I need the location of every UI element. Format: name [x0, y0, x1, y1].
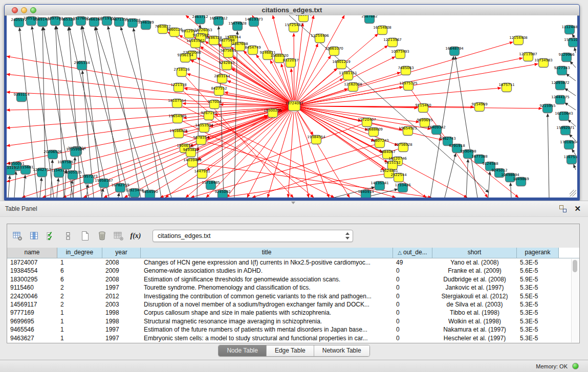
graph-edge[interactable]: [568, 120, 576, 126]
graph-edge[interactable]: [40, 178, 41, 198]
float-panel-icon[interactable]: [559, 205, 567, 212]
function-builder-button[interactable]: f(x): [129, 229, 142, 243]
row-height-button[interactable]: [61, 229, 75, 243]
graph-edge[interactable]: [7, 92, 288, 105]
graph-edge[interactable]: [488, 171, 490, 198]
table-row[interactable]: 1456911722003Disruption of a novel membe…: [7, 300, 572, 309]
table-cell[interactable]: Nakamura et al. (1997): [432, 325, 517, 334]
table-cell[interactable]: 0: [393, 300, 432, 309]
table-cell[interactable]: 1998: [102, 309, 141, 317]
table-cell[interactable]: 2: [57, 300, 102, 309]
graph-edge[interactable]: [300, 88, 501, 105]
table-cell[interactable]: 2008: [102, 275, 141, 283]
table-cell[interactable]: 14569117: [7, 300, 57, 309]
table-cell[interactable]: Genome-wide association studies in ADHD.: [141, 267, 393, 275]
graph-edge[interactable]: [574, 48, 576, 53]
column-header-out_de[interactable]: △out_de...: [393, 248, 432, 258]
table-cell[interactable]: Hescheler et al. (1997): [432, 334, 517, 342]
tab-network-table[interactable]: Network Table: [314, 345, 369, 356]
graph-edge[interactable]: [71, 180, 72, 198]
table-row[interactable]: 1938455462009Genome-wide association stu…: [7, 267, 572, 275]
table-cell[interactable]: 18300295: [7, 275, 57, 283]
table-cell[interactable]: 0: [393, 267, 432, 275]
graph-edge[interactable]: [95, 27, 122, 198]
close-panel-icon[interactable]: ✕: [574, 204, 581, 214]
graph-edge[interactable]: [574, 164, 576, 170]
table-cell[interactable]: 5.9E-5: [517, 275, 559, 283]
table-cell[interactable]: Estimation of significance thresholds fo…: [141, 275, 393, 283]
table-cell[interactable]: 5.6E-5: [517, 267, 559, 275]
table-cell[interactable]: 6: [57, 275, 102, 283]
graph-edge[interactable]: [118, 193, 119, 198]
table-cell[interactable]: Disruption of a novel member of a sodium…: [141, 300, 393, 309]
table-cell[interactable]: 18724007: [7, 258, 57, 267]
graph-edge[interactable]: [222, 174, 384, 198]
table-cell[interactable]: 0: [393, 325, 432, 334]
table-cell[interactable]: 5.3E-5: [517, 283, 559, 292]
table-vertical-scrollbar[interactable]: [571, 259, 579, 342]
table-cell[interactable]: 1: [57, 334, 102, 342]
graph-edge[interactable]: [14, 171, 16, 198]
table-row[interactable]: 1872400712008Changes of HCN gene express…: [7, 258, 572, 267]
table-cell[interactable]: 2: [57, 283, 102, 292]
table-row[interactable]: 946554611997Estimation of the future num…: [7, 325, 572, 334]
table-cell[interactable]: 5.5E-5: [517, 292, 559, 300]
table-cell[interactable]: 0: [393, 334, 432, 342]
column-chooser-button[interactable]: [28, 229, 41, 243]
graph-edge[interactable]: [548, 114, 549, 198]
column-header-short[interactable]: short: [432, 248, 517, 258]
table-cell[interactable]: 1: [57, 258, 102, 267]
table-cell[interactable]: 5.3E-5: [517, 334, 559, 342]
table-row[interactable]: 911546021997Tourette syndrome. Phenomeno…: [7, 283, 572, 292]
network-window-titlebar[interactable]: citations_edges.txt: [5, 5, 579, 16]
graph-edge[interactable]: [564, 89, 576, 96]
table-cell[interactable]: 9699695: [7, 317, 57, 325]
table-cell[interactable]: Changes of HCN gene expression and I(f) …: [141, 258, 393, 267]
table-cell[interactable]: 1998: [102, 317, 141, 325]
graph-edge[interactable]: [96, 27, 151, 198]
table-row[interactable]: 977716911998Corpus callosum shape and si…: [7, 309, 572, 317]
graph-edge[interactable]: [296, 43, 318, 100]
table-settings-button[interactable]: [11, 229, 24, 243]
table-cell[interactable]: 2003: [102, 300, 141, 309]
table-cell[interactable]: 0: [393, 275, 432, 283]
table-cell[interactable]: 6: [57, 267, 102, 275]
graph-edge[interactable]: [570, 61, 576, 68]
table-cell[interactable]: 0: [393, 317, 432, 325]
table-cell[interactable]: Tourette syndrome. Phenomenology and cla…: [141, 283, 393, 292]
network-graph-svg[interactable]: 2405572230513220691406109720110653287152…: [7, 15, 577, 198]
tab-edge-table[interactable]: Edge Table: [266, 345, 314, 356]
splitter-handle[interactable]: [290, 202, 296, 205]
graph-edge[interactable]: [24, 175, 25, 198]
table-cell[interactable]: 5.3E-5: [517, 309, 559, 317]
table-cell[interactable]: Embryonic stem cells: a model to study s…: [141, 334, 393, 342]
table-cell[interactable]: Investigating the contribution of common…: [141, 292, 393, 300]
table-cell[interactable]: 9465546: [7, 325, 57, 334]
table-cell[interactable]: 1: [57, 325, 102, 334]
table-cell[interactable]: 1997: [102, 325, 141, 334]
graph-edge[interactable]: [7, 74, 288, 105]
table-cell[interactable]: 2012: [102, 292, 141, 300]
graph-edge[interactable]: [455, 56, 477, 198]
graph-edge[interactable]: [572, 149, 576, 155]
table-cell[interactable]: Dudbridge et al. (2008): [432, 275, 517, 283]
table-cell[interactable]: 5.3E-5: [517, 325, 559, 334]
delete-table-button[interactable]: [95, 229, 108, 243]
graph-edge[interactable]: [165, 110, 289, 198]
table-cell[interactable]: Yano et al. (2008): [432, 258, 517, 267]
table-cell[interactable]: 49: [393, 258, 432, 267]
table-cell[interactable]: 22420046: [7, 292, 57, 300]
graph-edge[interactable]: [566, 74, 576, 81]
table-cell[interactable]: 1997: [102, 334, 141, 342]
table-cell[interactable]: Tibbo et al. (1998): [432, 309, 517, 317]
table-cell[interactable]: 5.3E-5: [517, 300, 559, 309]
graph-edge[interactable]: [51, 160, 53, 198]
table-cell[interactable]: 1: [57, 309, 102, 317]
table-row[interactable]: 969969511998Structural magnetic resonanc…: [7, 317, 572, 325]
table-cell[interactable]: 5.3E-5: [517, 258, 559, 267]
table-cell[interactable]: 9115460: [7, 283, 57, 292]
network-canvas[interactable]: 2405572230513220691406109720110653287152…: [7, 15, 577, 198]
resize-grip-icon[interactable]: [570, 190, 576, 196]
import-table-button[interactable]: [112, 229, 125, 243]
table-cell[interactable]: 1: [57, 317, 102, 325]
